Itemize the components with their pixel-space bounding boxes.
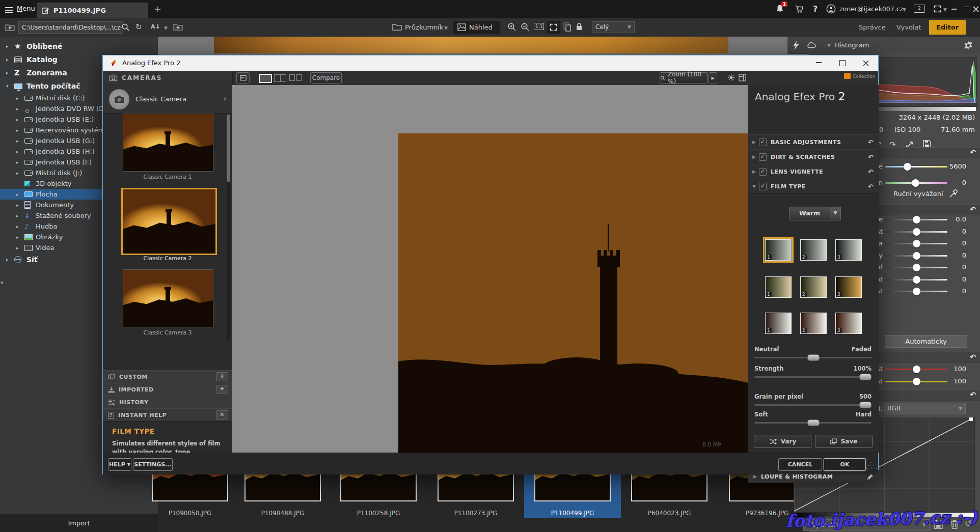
history-section[interactable]: HISTORY (103, 396, 232, 409)
tone-z-etelnost-handle[interactable] (913, 288, 920, 295)
tone-kontrast-slider[interactable] (885, 231, 947, 233)
tone-z-etelnost-slider[interactable] (885, 291, 947, 292)
split-view-button[interactable] (274, 74, 286, 82)
section-arrow-icon[interactable]: ▶ (752, 139, 756, 145)
section-checkbox[interactable]: ✓ (759, 183, 767, 190)
expand-arrow-icon[interactable]: ▸ (16, 213, 19, 218)
import-button[interactable]: Import (0, 514, 158, 532)
film-swatch-2-2[interactable]: 2 (800, 276, 827, 298)
section-reset-icon[interactable]: ↶ (868, 168, 874, 176)
section-reset-icon[interactable]: ↶ (868, 153, 874, 161)
wb-reset-icon[interactable]: ↶ (970, 148, 976, 156)
section-reset-icon[interactable]: ↶ (868, 138, 874, 146)
tone-b-l-bod-slider[interactable] (885, 267, 947, 268)
film-swatch-2-3[interactable]: 3 (835, 276, 862, 298)
search-icon[interactable] (121, 23, 130, 32)
sort-icon[interactable]: A↓ (151, 23, 160, 30)
toggle-left-panel-button[interactable] (236, 72, 250, 83)
section-checkbox[interactable]: ✓ (759, 138, 767, 146)
tone-st-ny-handle[interactable] (913, 252, 920, 260)
eyedropper-icon[interactable] (949, 189, 958, 198)
section-checkbox[interactable]: ✓ (759, 153, 767, 161)
expand-arrow-icon[interactable]: ▸ (16, 96, 19, 101)
manual-wb-label[interactable]: Ruční vyvážení (893, 190, 943, 198)
tone-st-ny-slider[interactable] (885, 255, 947, 257)
camera-preset-thumb-1[interactable] (123, 114, 213, 172)
strength-slider[interactable] (754, 376, 872, 378)
collapse-sidebar-icon[interactable]: ◂ (0, 279, 3, 286)
lock-icon[interactable] (576, 22, 583, 31)
help-button[interactable]: ? (813, 4, 818, 14)
grain-slider[interactable] (754, 404, 872, 406)
explorer-button[interactable]: Průzkumník (405, 23, 443, 31)
path-input[interactable]: C:\Users\standard\Desktop\...\cz-sk (18, 21, 123, 34)
curves-reset-icon[interactable]: ↶ (970, 390, 976, 399)
single-view-button[interactable] (259, 74, 272, 83)
channel-select[interactable]: RGB▼ (884, 403, 966, 414)
notifications-button[interactable]: 1 (775, 4, 784, 13)
gear-icon[interactable] (964, 41, 973, 50)
mode-develop[interactable]: Vyvolat (896, 23, 921, 31)
fit-to-screen-button[interactable] (547, 21, 560, 34)
mode-editor[interactable]: Editor (929, 20, 966, 35)
section-lens-vignette[interactable]: ▶✓LENS VIGNETTE↶ (748, 164, 879, 179)
preset-scrollbar[interactable] (227, 115, 230, 341)
color--ivost-handle[interactable] (913, 378, 920, 385)
film-swatch-1-3[interactable]: 3 (835, 239, 862, 261)
tone-expozice-handle[interactable] (913, 216, 920, 223)
color-reset-icon[interactable]: ↶ (970, 353, 976, 361)
filmstrip-filename[interactable]: P1100499.JPG (526, 508, 619, 518)
account-label[interactable]: zoner@ijacek007.cz (839, 5, 903, 13)
soft-hard-slider[interactable] (754, 422, 872, 424)
explorer-caret-icon[interactable]: ▼ (444, 25, 448, 31)
tone-kontrast-handle[interactable] (913, 228, 920, 236)
ok-button[interactable]: OK (824, 458, 866, 471)
section-arrow-icon[interactable]: ▶ (752, 169, 756, 174)
expand-arrow-icon[interactable]: ▸ (16, 160, 19, 165)
custom-add-button[interactable]: + (216, 372, 228, 381)
hamburger-menu-icon[interactable] (5, 6, 13, 15)
zoom-caret-button[interactable]: ▶ (709, 72, 717, 83)
instant-help-close-button[interactable]: ✕ (216, 410, 228, 419)
filmstrip-filename[interactable]: P6040023.JPG (622, 508, 716, 518)
help-button-dialog[interactable]: HELP▼ (108, 458, 131, 471)
white-balance-handle[interactable] (904, 163, 911, 171)
sidebar-item-obl-ben-[interactable]: ▸★Oblíbené (0, 40, 158, 53)
settings-button[interactable]: SETTINGS... (133, 458, 173, 471)
preview-toggle[interactable]: Náhled (453, 21, 500, 34)
save-preset-button[interactable]: Save (815, 435, 873, 448)
tone--ern-bod-handle[interactable] (913, 276, 920, 284)
background-brightness-icon[interactable] (727, 74, 735, 81)
compare-button[interactable]: Compare (310, 72, 342, 83)
tone-expozice-slider[interactable] (885, 219, 947, 220)
new-folder-icon[interactable] (173, 23, 183, 31)
dialog-title-bar[interactable]: Analog Efex Pro 2 (103, 55, 878, 71)
tone-b-l-bod-handle[interactable] (913, 264, 920, 271)
film-swatch-1-2[interactable]: 2 (800, 239, 827, 261)
tone-sv-tla-handle[interactable] (913, 240, 920, 247)
expand-arrow-icon[interactable]: ▸ (16, 235, 19, 240)
white-balance-slider[interactable] (885, 166, 947, 167)
sort-caret-icon[interactable]: ▼ (164, 25, 168, 31)
instant-help-section[interactable]: ? INSTANT HELP ✕ (103, 408, 232, 422)
mode-manager[interactable]: Správce (859, 23, 886, 31)
expand-arrow-icon[interactable]: ▸ (6, 44, 9, 49)
fullscreen-caret-icon[interactable]: ▼ (943, 7, 947, 12)
zoom-mode-select[interactable]: Celý▼ (592, 21, 635, 33)
film-swatch-2-1[interactable]: 1 (765, 276, 792, 298)
close-button[interactable] (973, 6, 979, 12)
camera-group-header[interactable]: Classic Camera › (103, 85, 232, 114)
section-checkbox[interactable]: ✓ (759, 168, 767, 176)
expand-arrow-icon[interactable]: ▸ (16, 128, 19, 133)
filmstrip-filename[interactable]: P1100258.JPG (332, 508, 425, 518)
color-sytost-handle[interactable] (913, 366, 920, 373)
restore-button[interactable] (963, 6, 970, 13)
color-sytost-slider[interactable] (885, 369, 947, 370)
expand-arrow-icon[interactable]: ▸ (6, 70, 9, 75)
cloud-icon[interactable] (806, 42, 816, 49)
section-film-type[interactable]: ▼✓FILM TYPE↶ (748, 179, 879, 194)
resize-grip[interactable]: • • •• • • (866, 461, 875, 470)
pages-icon[interactable] (563, 22, 571, 32)
minimize-button[interactable] (950, 6, 958, 13)
dialog-close-button[interactable] (863, 60, 869, 66)
